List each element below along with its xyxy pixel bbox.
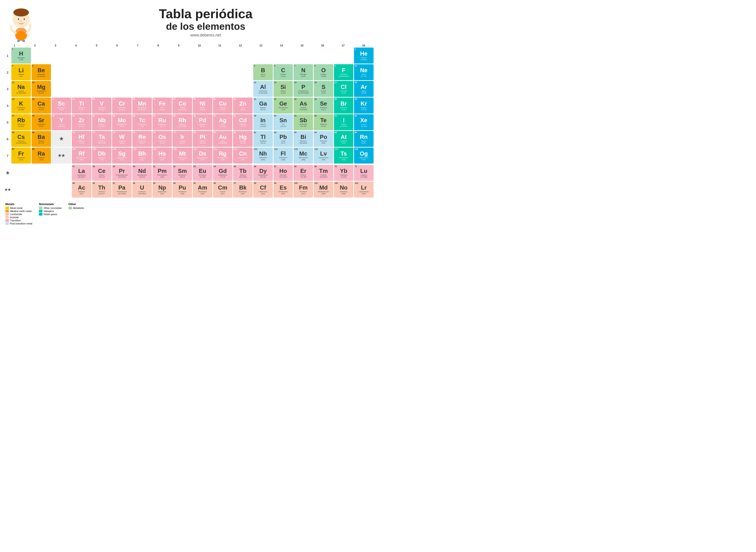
element-Gd[interactable]: 64 Gd Gadolinium 157.25 <box>213 165 233 181</box>
element-Rh[interactable]: 45 Rh Rhodium 102.90550 <box>173 114 192 130</box>
element-Pa[interactable]: 91 Pa Protactinium 231.03588 <box>112 181 132 197</box>
element-Ir[interactable]: 77 Ir Iridium 192.217 <box>173 131 192 147</box>
element-Si[interactable]: 14 Si Silicon 28.085 <box>274 81 293 97</box>
element-Ra[interactable]: 88 Ra Radium [226] <box>31 148 51 163</box>
element-Os[interactable]: 76 Os Osmium 190.23 <box>152 131 172 147</box>
element-La[interactable]: 57 La Lanthanum 138.90547 <box>72 165 91 181</box>
element-Es[interactable]: 99 Es Einsteinium [252] <box>274 181 293 197</box>
element-Cr[interactable]: 24 Cr Chromium 51.9961 <box>112 98 132 114</box>
element-Sb[interactable]: 51 Sb Antimony 121.760 <box>294 114 313 130</box>
element-Co[interactable]: 27 Co Cobalt 58.933194 <box>173 98 192 114</box>
element-Rn[interactable]: 86 Rn Radon [222] <box>354 131 373 147</box>
element-Dy[interactable]: 66 Dy Dysprosium 162.500 <box>253 165 273 181</box>
element-Cm[interactable]: 96 Cm Curium [247] <box>213 181 233 197</box>
element-Er[interactable]: 68 Er Erbium 167.259 <box>294 165 313 181</box>
element-Cl[interactable]: 17 Cl Chlorine 35.45 <box>334 81 353 97</box>
element-Re[interactable]: 75 Re Rhenium 186.207 <box>132 131 152 147</box>
element-Sn[interactable]: 50 Sn Tin 118.710 <box>274 114 293 130</box>
element-Nb[interactable]: 41 Nb Niobium 92.90637 <box>92 114 112 130</box>
element-He[interactable]: 2 He Helium 4.002602 <box>354 47 373 63</box>
element-Mo[interactable]: 42 Mo Molybdenum 95.95 <box>112 114 132 130</box>
element-Pr[interactable]: 59 Pr Praseodymium 140.90766 <box>112 165 132 181</box>
element-I[interactable]: 53 I Iodine 126.90447 <box>334 114 353 130</box>
element-Ho[interactable]: 67 Ho Holmium 164.93033 <box>274 165 293 181</box>
element-Mn[interactable]: 25 Mn Manganese 54.938044 <box>132 98 152 114</box>
element-Pd[interactable]: 46 Pd Palladium 106.42 <box>193 114 212 130</box>
element-Te[interactable]: 52 Te Tellurium 127.60 <box>314 114 333 130</box>
element-Tl[interactable]: 81 Tl Thallium 204.38 <box>253 131 273 147</box>
element-Ne[interactable]: 10 Ne Neon 20.1797 <box>354 64 373 80</box>
element-Ba[interactable]: 56 Ba Barium 137.327 <box>31 131 51 147</box>
element-B[interactable]: 5 B Boron 10.81 <box>253 64 273 80</box>
element-K[interactable]: 19 K Potassium 39.0983 <box>11 98 31 114</box>
element-Tm[interactable]: 69 Tm Thulium 168.93422 <box>314 165 333 181</box>
element-Hf[interactable]: 72 Hf Hafnium 178.49 <box>72 131 91 147</box>
element-Lu[interactable]: 71 Lu Lutetium 174.9668 <box>354 165 373 181</box>
element-Hg[interactable]: 80 Hg Mercury 200.59 <box>233 131 252 147</box>
element-Br[interactable]: 35 Br Bromine 79.904 <box>334 98 353 114</box>
element-S[interactable]: 16 S Sulfur 32.06 <box>314 81 333 97</box>
element-Xe[interactable]: 54 Xe Xenon 131.293 <box>354 114 373 130</box>
element-Bk[interactable]: 97 Bk Berkelium [247] <box>233 181 252 197</box>
element-Nh[interactable]: 113 Nh Nihonium [284] <box>253 148 273 163</box>
element-Ce[interactable]: 58 Ce Cerium 140.116 <box>92 165 112 181</box>
element-Pb[interactable]: 82 Pb Lead 207.2 <box>274 131 293 147</box>
element-Bh[interactable]: 107 Bh Bohrium [272] <box>132 148 152 163</box>
element-Sc[interactable]: 21 Sc Scandium 1.008 <box>51 98 71 114</box>
element-F[interactable]: 9 F Fluorine 18.998403163 <box>334 64 353 80</box>
element-Th[interactable]: 90 Th Thorium 232.0377 <box>92 181 112 197</box>
element-Pm[interactable]: 61 Pm Promethium [145] <box>152 165 172 181</box>
element-N[interactable]: 7 N Nitrogen 14.007 <box>294 64 313 80</box>
element-Og[interactable]: 118 Og Oganesson [294] <box>354 148 373 163</box>
element-Ca[interactable]: 20 Ca Calcium 40.078 <box>31 98 51 114</box>
element-Sr[interactable]: 38 Sr Strontium 87.62 <box>31 114 51 130</box>
element-Y[interactable]: 39 Y Yttrium 88.90584 <box>51 114 71 130</box>
element-Cu[interactable]: 29 Cu Copper 63.546 <box>213 98 233 114</box>
element-Md[interactable]: 101 Md Mendelevium [258] <box>314 181 333 197</box>
element-Ge[interactable]: 32 Ge Germanium 72.63 <box>274 98 293 114</box>
element-Po[interactable]: 84 Po Polonium [209] <box>314 131 333 147</box>
element-Np[interactable]: 93 Np Neptunium [237] <box>152 181 172 197</box>
element-Bi[interactable]: 83 Bi Bismuth 208.98040 <box>294 131 313 147</box>
element-Rb[interactable]: 37 Rb Rubidium 85.4678 <box>11 114 31 130</box>
element-Tb[interactable]: 65 Tb Terbium 158.92535 <box>233 165 252 181</box>
element-P[interactable]: 15 P Phosphorus 30.973761998 <box>294 81 313 97</box>
element-Sm[interactable]: 62 Sm Samarium 150.36 <box>173 165 192 181</box>
element-O[interactable]: 8 O Oxygen 15.999 <box>314 64 333 80</box>
element-Ar[interactable]: 18 Ar Argon 39.948 <box>354 81 373 97</box>
element-Rg[interactable]: 111 Rg Roentgenium [280] <box>213 148 233 163</box>
element-No[interactable]: 102 No Nobelium [259] <box>334 181 353 197</box>
element-C[interactable]: 6 C Carbon 12.011 <box>274 64 293 80</box>
element-As[interactable]: 33 As Arsenic 74.921595 <box>294 98 313 114</box>
element-Cn[interactable]: 112 Cn Copernicium [285] <box>233 148 252 163</box>
element-Lv[interactable]: 116 Lv Livermorium [293] <box>314 148 333 163</box>
element-Li[interactable]: 3 Li Lithium 6.94 <box>11 64 31 80</box>
element-W[interactable]: 74 W Tungsten 183.84 <box>112 131 132 147</box>
element-Pu[interactable]: 94 Pu Plutonium [244] <box>173 181 192 197</box>
element-Fm[interactable]: 100 Fm Fermium [257] <box>294 181 313 197</box>
element-Cd[interactable]: 48 Cd Cadmium 112.414 <box>233 114 252 130</box>
element-Na[interactable]: 11 Na Sodium 22.98976928 <box>11 81 31 97</box>
element-Db[interactable]: 105 Db Dubnium [268] <box>92 148 112 163</box>
element-In[interactable]: 49 In Indium 114.818 <box>253 114 273 130</box>
element-Fe[interactable]: 26 Fe Iron 55.845 <box>152 98 172 114</box>
element-Rf[interactable]: 104 Rf Rutherfordium [267] <box>72 148 91 163</box>
element-Mt[interactable]: 109 Mt Meitnerium [276] <box>173 148 192 163</box>
element-Cf[interactable]: 98 Cf Californium [251] <box>253 181 273 197</box>
element-Ts[interactable]: 117 Ts Tennessine [294] <box>334 148 353 163</box>
element-Tc[interactable]: 43 Tc Technetium [98] <box>132 114 152 130</box>
element-Kr[interactable]: 36 Kr Krypton 83.798 <box>354 98 373 114</box>
element-V[interactable]: 23 V Vanadium 50.9415 <box>92 98 112 114</box>
element-Ds[interactable]: 110 Ds Darmstadtium [281] <box>193 148 212 163</box>
element-Yb[interactable]: 70 Yb Ytterbium 173.054 <box>334 165 353 181</box>
element-Pt[interactable]: 78 Pt Platinum 195.084 <box>193 131 212 147</box>
element-Zr[interactable]: 40 Zr Zirconium 91.224 <box>72 114 91 130</box>
element-Mc[interactable]: 115 Mc Moscovium [288] <box>294 148 313 163</box>
element-Ga[interactable]: 31 Ga Gallium 69.723 <box>253 98 273 114</box>
element-H[interactable]: 1 H Hydrogen 1.008 <box>11 47 31 63</box>
element-Lr[interactable]: 103 Lr Lawrencium [262] <box>354 181 373 197</box>
element-Au[interactable]: 79 Au Gold 196.966569 <box>213 131 233 147</box>
element-Ac[interactable]: 89 Ac Actinium [227] <box>72 181 91 197</box>
element-Zn[interactable]: 30 Zn Zinc 65.38 <box>233 98 252 114</box>
element-Ru[interactable]: 44 Ru Ruthenium 101.07 <box>152 114 172 130</box>
